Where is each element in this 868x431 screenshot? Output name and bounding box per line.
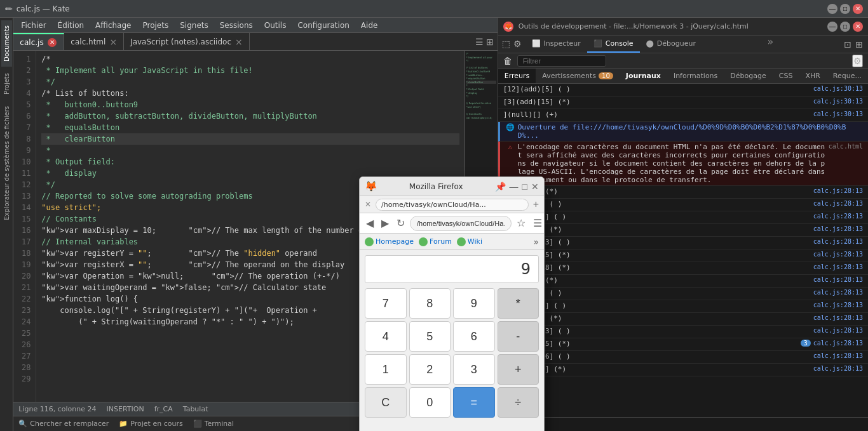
console-file[interactable]: calc.js:28:13 — [813, 187, 863, 194]
dt-tab-debugger[interactable]: ⬤ Débogueur — [640, 36, 702, 53]
err-tab-css[interactable]: CSS — [773, 69, 799, 83]
console-file[interactable]: calc.js:30:13 — [813, 98, 863, 105]
ff-minimize-btn[interactable]: — — [510, 182, 519, 192]
calc-btn-x[interactable]: * — [498, 288, 539, 319]
dt-tab-console[interactable]: ⬛ Console — [587, 36, 640, 53]
err-tab-debogage[interactable]: Débogage — [724, 69, 772, 83]
ff-reload-btn[interactable]: ↻ — [394, 216, 407, 230]
console-file[interactable]: calc.js:28:13 — [813, 365, 863, 372]
trash-icon[interactable]: 🗑 — [503, 56, 512, 66]
menu-configuration[interactable]: Configuration — [292, 20, 354, 31]
tab-calc-html[interactable]: calc.html × — [64, 33, 124, 50]
console-output[interactable]: [12](add)[5] ( ) calc.js:30:13 [3](add)[… — [498, 84, 868, 417]
devtools-settings-btn[interactable]: ⚙ — [852, 55, 863, 67]
err-tab-requests[interactable]: Reque... — [827, 69, 868, 83]
console-file[interactable]: calc.js:28:13 — [813, 263, 863, 270]
calc-btn-9[interactable]: 9 — [453, 288, 495, 319]
kate-minimize-btn[interactable]: — — [827, 4, 837, 14]
console-file[interactable]: calc.js:28:13 — [813, 302, 863, 308]
console-file[interactable]: calc.js:28:13 — [813, 314, 863, 321]
sidebar-tab-explorer[interactable]: Explorateur de systèmes de fichiers — [1, 101, 12, 225]
err-tab-erreurs[interactable]: Erreurs — [498, 69, 536, 83]
ff-bm-wiki[interactable]: Wiki — [457, 237, 482, 246]
sidebar-tab-documents[interactable]: Documents — [1, 20, 12, 67]
ff-maximize-btn[interactable]: □ — [522, 182, 527, 192]
ff-close-tab-btn[interactable]: ✕ — [362, 199, 374, 210]
tab-calc-js-close[interactable]: ✕ — [48, 38, 57, 47]
menu-edition[interactable]: Édition — [53, 20, 90, 31]
ff-menu-btn[interactable]: ☰ — [531, 216, 545, 230]
dt-tab-inspecteur[interactable]: ⬜ Inspecteur — [526, 36, 587, 53]
calc-btn-7[interactable]: 7 — [365, 288, 407, 319]
devtools-close[interactable]: ✕ — [853, 22, 863, 32]
console-file[interactable]: calc.js:28:13 — [813, 251, 863, 258]
console-file[interactable]: calc.js:28:13 — [813, 213, 863, 220]
console-file[interactable]: calc.js:28:13 — [813, 225, 863, 232]
sidebar-tab-projets[interactable]: Projets — [1, 68, 12, 100]
ff-bm-forum[interactable]: Forum — [419, 237, 452, 246]
ff-pin-btn[interactable]: 📌 — [495, 182, 506, 192]
err-tab-xhr[interactable]: XHR — [799, 69, 826, 83]
err-tab-journaux[interactable]: Journaux — [620, 69, 667, 83]
pick-icon[interactable]: ⬚ — [502, 39, 510, 49]
dt-dock-btn[interactable]: ⊡ — [844, 39, 851, 50]
ff-close-btn[interactable]: ✕ — [531, 182, 539, 192]
ff-add-tab-btn[interactable]: + — [531, 197, 541, 211]
tab-calc-html-close[interactable]: × — [109, 37, 117, 47]
console-file[interactable]: calc.js:28:13 — [813, 238, 863, 245]
menu-affichage[interactable]: Affichage — [90, 20, 136, 31]
tab-action-split-btn[interactable]: ⊞ — [486, 37, 494, 47]
console-file[interactable]: calc.js:28:13 — [813, 327, 863, 334]
calc-btn-5[interactable]: 5 — [409, 321, 451, 352]
calc-btn-4[interactable]: 4 — [365, 321, 407, 352]
calc-btn-C[interactable]: C — [365, 387, 407, 418]
menu-projets[interactable]: Projets — [137, 20, 173, 31]
console-file[interactable]: calc.js:30:13 — [813, 85, 863, 92]
menu-outils[interactable]: Outils — [259, 20, 292, 31]
console-file[interactable]: calc.html — [829, 143, 863, 150]
dt-undock-btn[interactable]: ⊞ — [855, 39, 863, 50]
tab-action-menu-btn[interactable]: ☰ — [475, 37, 484, 47]
console-file[interactable]: calc.js:28:13 — [813, 340, 863, 347]
ff-bookmarks-more[interactable]: » — [533, 237, 539, 247]
calc-btn-1[interactable]: 1 — [365, 354, 407, 385]
tab-notes-close[interactable]: × — [235, 37, 243, 47]
calc-btn-6[interactable]: 6 — [453, 321, 495, 352]
err-tab-informations[interactable]: Informations — [667, 69, 724, 83]
calc-btn-x[interactable]: + — [498, 354, 539, 385]
bottom-search[interactable]: 🔍 Chercher et remplacer — [18, 420, 109, 428]
devtools-maximize[interactable]: □ — [840, 22, 850, 32]
devtools-minimize[interactable]: — — [827, 22, 837, 32]
calc-btn-0[interactable]: 0 — [409, 387, 451, 418]
console-file[interactable]: calc.js:28:13 — [813, 352, 863, 359]
calc-btn-2[interactable]: 2 — [409, 354, 451, 385]
bottom-project[interactable]: 📁 Projet en cours — [119, 420, 182, 428]
ff-url-display[interactable]: /home/tivasyk/ownCloud/Ha... — [376, 199, 529, 211]
bottom-terminal[interactable]: ⬛ Terminal — [193, 420, 234, 428]
dt-tab-more[interactable]: » — [763, 36, 779, 53]
tab-calc-js[interactable]: calc.js ✕ — [13, 33, 64, 50]
console-file[interactable]: calc.js:28:13 — [813, 200, 863, 207]
ff-back-btn[interactable]: ◀ — [363, 216, 376, 230]
ff-bm-homepage[interactable]: Homepage — [365, 237, 414, 246]
calc-btn-3[interactable]: 3 — [453, 354, 495, 385]
console-file[interactable]: calc.js:28:13 — [813, 276, 863, 283]
calc-btn-x[interactable]: - — [498, 321, 539, 352]
kate-close-btn[interactable]: ✕ — [853, 4, 863, 14]
ff-bookmark-btn[interactable]: ☆ — [514, 216, 528, 230]
console-filter-input[interactable] — [517, 55, 606, 67]
kate-maximize-btn[interactable]: □ — [840, 4, 850, 14]
menu-sessions[interactable]: Sessions — [215, 20, 258, 31]
ff-address-bar[interactable] — [410, 216, 512, 231]
menu-aide[interactable]: Aide — [356, 20, 383, 31]
err-tab-avertissements[interactable]: Avertissements 10 — [536, 69, 620, 83]
menu-fichier[interactable]: Fichier — [16, 20, 51, 31]
settings-icon[interactable]: ⚙ — [513, 39, 522, 49]
calc-btn-x[interactable]: ÷ — [498, 387, 539, 418]
console-file[interactable]: calc.js:28:13 — [813, 289, 863, 296]
calc-btn-x[interactable]: = — [453, 387, 495, 418]
ff-forward-btn[interactable]: ▶ — [379, 216, 391, 230]
console-file[interactable]: calc.js:30:13 — [813, 110, 863, 117]
calc-btn-8[interactable]: 8 — [409, 288, 451, 319]
menu-signets[interactable]: Signets — [175, 20, 214, 31]
